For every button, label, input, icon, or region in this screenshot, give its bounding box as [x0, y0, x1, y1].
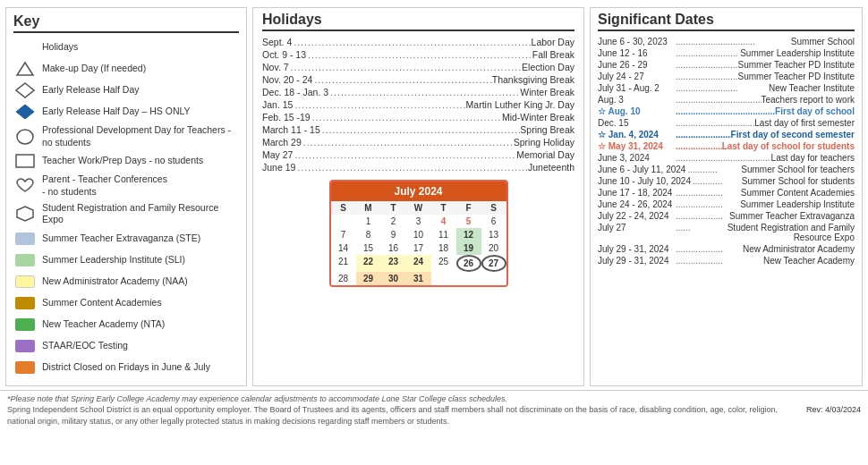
sig-date: June 3, 2024	[598, 153, 674, 163]
key-label-student-reg: Student Registration and Family Resource…	[42, 202, 239, 226]
sig-dots: ...................	[674, 211, 729, 221]
holiday-row-fall-break: Oct. 9 - 13 ............................…	[262, 49, 574, 60]
cal-cell-10: 10	[406, 228, 431, 241]
key-label-sli: Summer Leadership Institute (SLI)	[42, 254, 185, 266]
cal-cell-2: 2	[381, 215, 406, 228]
sig-row-last-day: ☆ May 31, 2024 .........................…	[598, 141, 855, 151]
sig-dots: ...................	[674, 244, 743, 254]
holiday-name: Mid-Winter Break	[502, 112, 574, 123]
sig-dots: ......................................	[674, 153, 771, 163]
sig-date: July 27	[598, 223, 674, 232]
sig-event: Last day of first semester	[754, 118, 855, 128]
sig-row-first-day: ☆ Aug. 10 ..............................…	[598, 106, 855, 116]
sig-date: July 29 - 31, 2024	[598, 244, 674, 254]
sig-row: June 3, 2024 ...........................…	[598, 153, 855, 163]
key-label-ste: Summer Teacher Extravaganza (STE)	[42, 232, 200, 245]
key-label-closed: District Closed on Fridays in June & Jul…	[42, 361, 210, 374]
sig-row: June 24 - 26, 2024 ................... S…	[598, 199, 855, 209]
holiday-dots: ........................................…	[320, 124, 521, 135]
sig-event: Summer Leadership Institute	[740, 199, 855, 209]
holiday-dots: ........................................…	[295, 162, 528, 173]
cal-cell-empty3	[456, 272, 481, 285]
sli-color-icon	[13, 254, 37, 266]
holiday-dots: ........................................…	[312, 74, 491, 85]
cal-cell-24: 24	[406, 255, 431, 272]
cal-cell-27: 27	[481, 255, 506, 272]
cal-cell-12: 12	[456, 228, 481, 241]
cal-day-s1: S	[331, 201, 356, 215]
sig-date: June 26 - 29	[598, 60, 674, 70]
holiday-name: Labor Day	[532, 37, 574, 47]
cal-cell-23: 23	[381, 255, 406, 272]
sig-row: June 10 - July 10, 2024 ............ Sum…	[598, 176, 855, 186]
holiday-name: Juneteenth	[528, 162, 574, 173]
staar-color-icon	[13, 340, 37, 352]
key-item-staar: STAAR/EOC Testing	[13, 337, 239, 355]
sig-date: June 10 - July 10, 2024	[598, 176, 691, 186]
cal-cell-30: 30	[381, 272, 406, 285]
holiday-name: Election Day	[522, 62, 574, 72]
holiday-date: Nov. 7	[262, 62, 289, 72]
sig-dots: ......................................	[674, 95, 762, 105]
key-label-prof-dev: Professional Development Day for Teacher…	[42, 124, 239, 148]
holiday-date: Feb. 15 -19	[262, 112, 311, 123]
significant-dates-section: Significant Dates June 6 - 30, 2023 ....…	[590, 7, 863, 386]
sig-dots: .............................	[674, 141, 722, 151]
cal-cell-7: 7	[331, 228, 356, 241]
sig-event: Summer School for students	[742, 176, 855, 186]
holidays-title: Holidays	[262, 12, 574, 31]
key-section: Key Holidays Make-up Day (If needed)	[5, 7, 247, 386]
closed-color-icon	[13, 361, 37, 374]
sig-row: Aug. 3 .................................…	[598, 95, 855, 105]
key-item-teacher-work: Teacher Work/Prep Days - no students	[13, 152, 239, 170]
holidays-section: Holidays Sept. 4 .......................…	[252, 7, 584, 386]
sig-row: July 27 ...... Student Registration and …	[598, 223, 855, 242]
cal-cell-20: 20	[481, 241, 506, 255]
holiday-dots: ........................................…	[311, 112, 502, 123]
rect-icon	[13, 154, 37, 168]
key-label-early-release-hs: Early Release Half Day – HS ONLY	[42, 106, 191, 118]
cal-cell-14: 14	[331, 241, 356, 255]
key-item-makeup: Make-up Day (If needed)	[13, 60, 239, 78]
sig-date: June 24 - 26, 2024	[598, 199, 674, 209]
sig-row: July 29 - 31, 2024 ................... N…	[598, 256, 855, 266]
cal-cell-16: 16	[381, 241, 406, 255]
cal-cell-17: 17	[406, 241, 431, 255]
triangle-icon	[13, 61, 37, 77]
sig-dots: .............................	[674, 130, 731, 140]
sig-event: Summer Leadership Institute	[740, 48, 855, 58]
cal-day-w: W	[406, 201, 431, 215]
sig-date: Aug. 3	[598, 95, 674, 105]
sig-dots: ......................................	[674, 118, 754, 128]
sig-event: Last day for teachers	[771, 153, 855, 163]
sig-event: Summer Teacher PD Institute	[738, 60, 855, 70]
key-item-parent-teacher: Parent - Teacher Conferences- no student…	[13, 173, 239, 198]
svg-marker-1	[16, 83, 34, 97]
cal-cell-13: 13	[481, 228, 506, 241]
sig-row: June 6 - 30, 2023 ......................…	[598, 37, 855, 46]
key-title: Key	[13, 13, 239, 33]
holiday-row-spring-holiday: March 29 ...............................…	[262, 137, 574, 148]
sig-event: Summer Teacher Extravaganza	[729, 211, 855, 221]
holiday-dots: ........................................…	[293, 149, 516, 160]
key-item-early-release: Early Release Half Day	[13, 81, 239, 99]
holiday-name: Spring Holiday	[514, 137, 574, 148]
key-label-makeup: Make-up Day (If needed)	[42, 63, 146, 75]
sig-date: June 6 - 30, 2023	[598, 37, 674, 46]
blue-diamond-icon	[13, 104, 37, 120]
sig-event: New Teacher Academy	[763, 256, 855, 266]
cal-cell-8: 8	[356, 228, 381, 241]
cal-cell-15: 15	[356, 241, 381, 255]
sig-event: Summer School for teachers	[741, 165, 855, 174]
sig-row: July 31 - Aug. 2 .......................…	[598, 83, 855, 93]
sig-date: July 31 - Aug. 2	[598, 83, 674, 93]
key-label-sca: Summer Content Academies	[42, 297, 162, 309]
sig-row: June 6 - July 11, 2024 ............ Summ…	[598, 165, 855, 174]
sig-row: July 22 - 24, 2024 ................... S…	[598, 211, 855, 221]
holiday-row-mlk: Jan. 15 ................................…	[262, 99, 574, 110]
cal-day-t2: T	[431, 201, 456, 215]
holiday-row-spring-break: March 11 - 15 ..........................…	[262, 124, 574, 135]
sig-event: Summer Content Academies	[741, 188, 855, 198]
holiday-name: Fall Break	[532, 49, 574, 60]
cal-cell-1: 1	[356, 215, 381, 228]
